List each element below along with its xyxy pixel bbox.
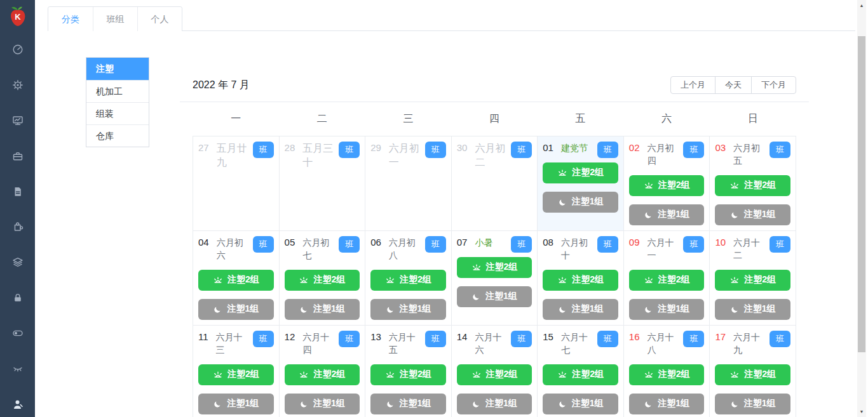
scrollbar-down-icon[interactable]: ▼ (857, 409, 866, 414)
shift-badge[interactable]: 班 (770, 236, 790, 253)
night-shift-button[interactable]: 注塑1组 (198, 394, 274, 414)
sidebar-item-modules[interactable] (0, 209, 35, 244)
day-shift-button[interactable]: 注塑2组 (198, 364, 274, 385)
shift-badge[interactable]: 班 (597, 236, 618, 253)
category-item-warehouse[interactable]: 仓库 (86, 124, 149, 147)
calendar-day-cell[interactable]: 11六月十三班注塑2组注塑1组 (193, 325, 280, 417)
shift-badge[interactable]: 班 (253, 142, 274, 158)
day-shift-button[interactable]: 注塑2组 (543, 270, 618, 291)
night-shift-button[interactable]: 注塑1组 (629, 394, 705, 414)
category-item-machining[interactable]: 机加工 (86, 80, 149, 102)
scrollbar-up-icon[interactable]: ▲ (857, 3, 866, 8)
calendar-day-cell[interactable]: 04六月初六班注塑2组注塑1组 (193, 230, 280, 325)
sidebar-item-work[interactable] (0, 138, 35, 174)
day-shift-button[interactable]: 注塑2组 (285, 364, 360, 385)
day-shift-button[interactable]: 注塑2组 (629, 270, 705, 291)
day-shift-button[interactable]: 注塑2组 (715, 364, 790, 385)
sidebar-item-users[interactable] (0, 387, 35, 417)
shift-badge[interactable]: 班 (253, 236, 274, 253)
night-shift-button[interactable]: 注塑1组 (715, 394, 790, 414)
night-shift-button[interactable]: 注塑1组 (715, 299, 790, 320)
shift-badge[interactable]: 班 (511, 142, 532, 158)
shift-badge[interactable]: 班 (425, 142, 446, 158)
night-shift-button[interactable]: 注塑1组 (370, 299, 446, 320)
scrollbar-thumb[interactable] (858, 36, 865, 352)
sidebar-item-reports[interactable] (0, 103, 35, 138)
night-shift-button[interactable]: 注塑1组 (285, 394, 360, 414)
sidebar-item-security[interactable] (0, 280, 35, 315)
scrollbar[interactable]: ▲ ▼ (857, 0, 866, 417)
calendar-day-cell[interactable]: 01建党节班注塑2组注塑1组 (538, 136, 624, 230)
today-button[interactable]: 今天 (715, 76, 752, 94)
category-item-injection[interactable]: 注塑 (86, 58, 149, 80)
calendar-day-cell[interactable]: 12六月十四班注塑2组注塑1组 (279, 325, 365, 417)
day-shift-button[interactable]: 注塑2组 (715, 270, 790, 291)
shift-badge[interactable]: 班 (339, 236, 360, 253)
calendar-day-cell[interactable]: 16六月十八班注塑2组注塑1组 (623, 325, 710, 417)
calendar-day-cell[interactable]: 17六月十九班注塑2组注塑1组 (710, 325, 796, 417)
day-shift-button[interactable]: 注塑2组 (629, 364, 705, 385)
day-shift-button[interactable]: 注塑2组 (543, 162, 618, 183)
night-shift-button[interactable]: 注塑1组 (629, 204, 705, 225)
day-shift-button[interactable]: 注塑2组 (457, 257, 532, 278)
shift-badge[interactable]: 班 (683, 236, 704, 253)
calendar-day-cell[interactable]: 05六月初七班注塑2组注塑1组 (279, 230, 365, 325)
night-shift-button[interactable]: 注塑1组 (198, 299, 274, 320)
sidebar-item-documents[interactable] (0, 174, 35, 209)
day-shift-button[interactable]: 注塑2组 (285, 270, 360, 291)
night-shift-button[interactable]: 注塑1组 (629, 299, 705, 320)
calendar-day-cell[interactable]: 06六月初八班注塑2组注塑1组 (365, 230, 452, 325)
day-shift-button[interactable]: 注塑2组 (629, 175, 705, 196)
calendar-day-cell[interactable]: 14六月十六班注塑2组注塑1组 (451, 325, 538, 417)
night-shift-button[interactable]: 注塑1组 (543, 192, 618, 213)
night-shift-button[interactable]: 注塑1组 (543, 394, 618, 414)
shift-badge[interactable]: 班 (253, 331, 274, 347)
night-shift-button[interactable]: 注塑1组 (715, 204, 790, 225)
calendar-day-cell[interactable]: 07小暑班注塑2组注塑1组 (451, 230, 538, 325)
calendar-day-cell[interactable]: 30六月初二班 (451, 136, 538, 230)
night-shift-button[interactable]: 注塑1组 (543, 299, 618, 320)
shift-badge[interactable]: 班 (683, 331, 704, 347)
prev-month-button[interactable]: 上个月 (670, 76, 715, 94)
night-shift-button[interactable]: 注塑1组 (285, 299, 360, 320)
category-item-assembly[interactable]: 组装 (86, 102, 149, 124)
calendar-day-cell[interactable]: 02六月初四班注塑2组注塑1组 (623, 136, 710, 230)
shift-badge[interactable]: 班 (511, 331, 532, 347)
calendar-day-cell[interactable]: 13六月十五班注塑2组注塑1组 (365, 325, 452, 417)
app-logo[interactable]: K (0, 0, 35, 33)
day-shift-button[interactable]: 注塑2组 (457, 364, 532, 385)
night-shift-button[interactable]: 注塑1组 (370, 394, 446, 414)
day-shift-button[interactable]: 注塑2组 (715, 175, 790, 196)
shift-badge[interactable]: 班 (425, 331, 446, 347)
shift-badge[interactable]: 班 (683, 142, 704, 158)
calendar-day-cell[interactable]: 03六月初五班注塑2组注塑1组 (710, 136, 796, 230)
night-shift-button[interactable]: 注塑1组 (457, 286, 532, 307)
sidebar-item-dashboard[interactable] (0, 32, 35, 67)
calendar-day-cell[interactable]: 29六月初一班 (365, 136, 452, 230)
calendar-day-cell[interactable]: 15六月十七班注塑2组注塑1组 (538, 325, 624, 417)
calendar-day-cell[interactable]: 10六月十二班注塑2组注塑1组 (710, 230, 796, 325)
tab-personal[interactable]: 个人 (137, 7, 182, 31)
shift-badge[interactable]: 班 (339, 331, 360, 347)
calendar-day-cell[interactable]: 08六月初十班注塑2组注塑1组 (538, 230, 624, 325)
night-shift-button[interactable]: 注塑1组 (457, 394, 532, 414)
shift-badge[interactable]: 班 (425, 236, 446, 253)
calendar-day-cell[interactable]: 09六月十一班注塑2组注塑1组 (623, 230, 710, 325)
day-shift-button[interactable]: 注塑2组 (543, 364, 618, 385)
shift-badge[interactable]: 班 (511, 236, 532, 253)
shift-badge[interactable]: 班 (770, 331, 790, 347)
shift-badge[interactable]: 班 (597, 142, 618, 158)
shift-badge[interactable]: 班 (597, 331, 618, 347)
sidebar-item-settings[interactable] (0, 67, 35, 103)
day-shift-button[interactable]: 注塑2组 (370, 270, 446, 291)
day-shift-button[interactable]: 注塑2组 (198, 270, 274, 291)
next-month-button[interactable]: 下个月 (751, 76, 796, 94)
calendar-day-cell[interactable]: 28五月三十班 (279, 136, 365, 230)
sidebar-item-layers[interactable] (0, 244, 35, 280)
sidebar-item-hidden[interactable] (0, 351, 35, 387)
shift-badge[interactable]: 班 (339, 142, 360, 158)
day-shift-button[interactable]: 注塑2组 (370, 364, 446, 385)
sidebar-item-switch[interactable] (0, 315, 35, 351)
tab-team[interactable]: 班组 (93, 7, 137, 31)
tab-category[interactable]: 分类 (48, 7, 93, 31)
